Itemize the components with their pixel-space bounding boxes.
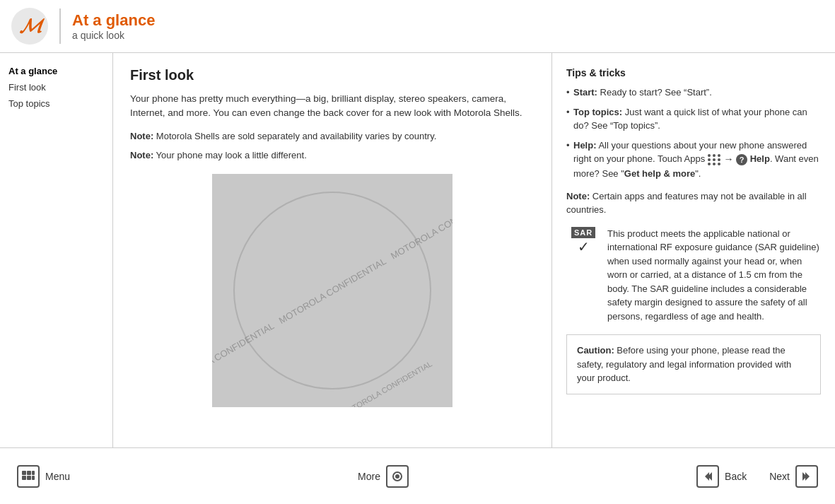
svg-rect-3 xyxy=(22,476,26,480)
more-button[interactable]: More xyxy=(352,462,414,491)
logo-letter: 𝓜 xyxy=(20,15,40,38)
page-wrapper: 𝓜 At a glance a quick look At a glance F… xyxy=(0,0,835,504)
note-1: Note: Motorola Shells are sold separatel… xyxy=(130,129,535,143)
svg-point-7 xyxy=(395,474,399,479)
page-title: At a glance xyxy=(72,11,155,30)
sar-label: SAR xyxy=(571,227,595,238)
sar-badge: SAR ✓ xyxy=(566,227,600,324)
arrow-icon: → xyxy=(723,153,733,165)
next-icon xyxy=(795,465,818,488)
tips-list: Start: Ready to start? See “Start”. Top … xyxy=(566,86,821,181)
menu-label: Menu xyxy=(45,471,70,482)
sidebar-item-top-topics[interactable]: Top topics xyxy=(8,97,104,110)
next-button[interactable]: Next xyxy=(764,462,824,491)
more-label: More xyxy=(358,471,380,482)
next-label: Next xyxy=(769,471,790,482)
sidebar: At a glance First look Top topics xyxy=(0,53,113,447)
article-title: First look xyxy=(130,67,535,83)
right-panel: Tips & tricks Start: Ready to start? See… xyxy=(552,53,835,447)
svg-rect-0 xyxy=(22,471,26,475)
sidebar-nav: At a glance First look Top topics xyxy=(8,64,104,110)
sar-checkmark: ✓ xyxy=(578,238,590,255)
svg-rect-4 xyxy=(27,476,31,480)
svg-rect-5 xyxy=(32,476,35,480)
sidebar-item-at-a-glance[interactable]: At a glance xyxy=(8,64,104,78)
main-content: First look Your phone has pretty much ev… xyxy=(113,53,835,447)
page-subtitle: a quick look xyxy=(72,30,155,41)
apps-icon xyxy=(708,154,721,165)
svg-rect-1 xyxy=(27,471,31,475)
phone-image: MOTOROLA CONFIDENTIAL MOTOROLA CONFIDENT… xyxy=(212,174,452,407)
bottom-toolbar: Menu More Back Next xyxy=(0,447,835,504)
sidebar-item-first-look[interactable]: First look xyxy=(8,81,104,94)
back-icon xyxy=(696,465,719,488)
tips-title: Tips & tricks xyxy=(566,67,821,78)
tip-top-topics: Top topics: Just want a quick list of wh… xyxy=(566,105,821,133)
caution-box: Caution: Before using your phone, please… xyxy=(566,334,821,394)
sar-section: SAR ✓ This product meets the applicable … xyxy=(566,227,821,324)
header-divider xyxy=(59,8,61,44)
caution-label: Caution: xyxy=(577,345,614,356)
tips-note: Note: Certain apps and features may not … xyxy=(566,189,821,217)
svg-rect-2 xyxy=(32,471,35,475)
menu-icon xyxy=(17,465,40,488)
note-2: Note: Your phone may look a little diffe… xyxy=(130,148,535,163)
header-text: At a glance a quick look xyxy=(72,11,155,41)
help-icon: ? xyxy=(736,154,747,165)
menu-button[interactable]: Menu xyxy=(11,462,76,491)
tip-help: Help: All your questions about your new … xyxy=(566,139,821,181)
back-button[interactable]: Back xyxy=(691,462,752,491)
motorola-logo: 𝓜 xyxy=(11,8,48,45)
circle-watermark xyxy=(233,192,431,389)
tip-start: Start: Ready to start? See “Start”. xyxy=(566,86,821,100)
back-label: Back xyxy=(725,471,747,482)
more-icon xyxy=(386,465,409,488)
content-area: At a glance First look Top topics First … xyxy=(0,53,835,447)
header: 𝓜 At a glance a quick look xyxy=(0,0,835,53)
article-body: Your phone has pretty much everything—a … xyxy=(130,92,535,121)
left-panel: First look Your phone has pretty much ev… xyxy=(113,53,552,447)
sar-text: This product meets the applicable nation… xyxy=(607,227,821,324)
